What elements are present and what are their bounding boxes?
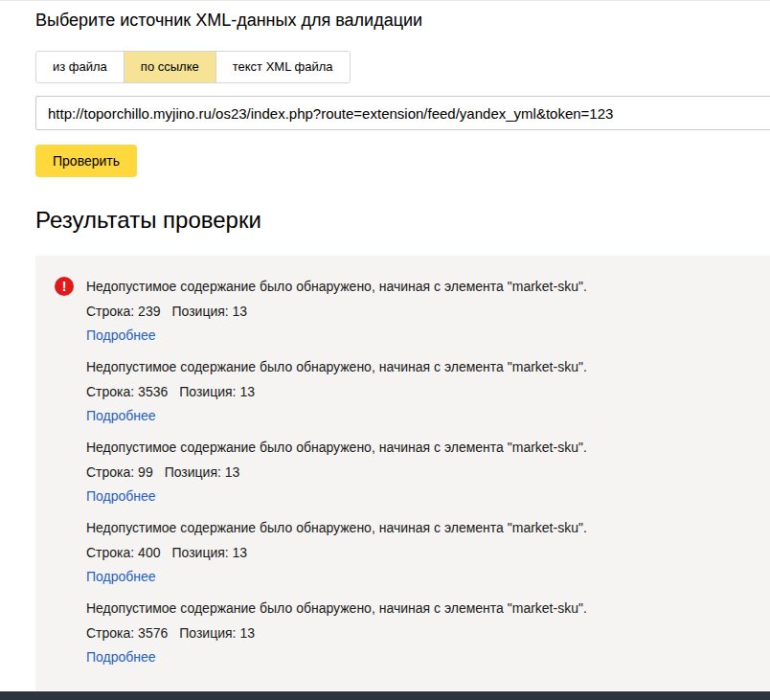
error-location: Строка: 3536Позиция: 13 xyxy=(86,382,587,401)
details-link[interactable]: Подробнее xyxy=(86,486,587,506)
error-entry: Недопустимое содержание было обнаружено,… xyxy=(55,357,770,425)
icon-spacer xyxy=(55,357,74,358)
details-link[interactable]: Подробнее xyxy=(86,647,587,666)
top-divider xyxy=(0,0,770,1)
tab-xml-text[interactable]: текст XML файла xyxy=(216,52,350,82)
feed-url-input[interactable] xyxy=(35,96,770,130)
error-message: Недопустимое содержание было обнаружено,… xyxy=(86,438,587,457)
error-entry: Недопустимое содержание было обнаружено,… xyxy=(55,438,770,506)
error-position: Позиция: 13 xyxy=(171,545,247,560)
bottom-bar xyxy=(0,691,770,700)
results-panel: ! Недопустимое содержание было обнаружен… xyxy=(35,256,770,690)
error-icon: ! xyxy=(55,277,74,296)
error-line: Строка: 99 xyxy=(86,464,153,480)
check-button[interactable]: Проверить xyxy=(35,145,137,177)
error-entry: Недопустимое содержание было обнаружено,… xyxy=(55,598,770,666)
details-link[interactable]: Подробнее xyxy=(86,567,587,586)
error-location: Строка: 3576Позиция: 13 xyxy=(86,623,587,643)
error-message: Недопустимое содержание было обнаружено,… xyxy=(86,277,587,296)
error-entry: Недопустимое содержание было обнаружено,… xyxy=(55,518,770,586)
error-entry: ! Недопустимое содержание было обнаружен… xyxy=(55,277,770,345)
error-position: Позиция: 13 xyxy=(165,464,240,480)
validator-page: Выберите источник XML-данных для валидац… xyxy=(0,0,770,690)
error-position: Позиция: 13 xyxy=(179,384,255,399)
page-title: Выберите источник XML-данных для валидац… xyxy=(35,11,770,31)
error-location: Строка: 400Позиция: 13 xyxy=(86,543,587,562)
tab-by-link[interactable]: по ссылке xyxy=(125,52,216,82)
error-line: Строка: 3536 xyxy=(86,384,168,399)
error-message: Недопустимое содержание было обнаружено,… xyxy=(86,357,587,376)
icon-spacer xyxy=(55,438,74,439)
error-message: Недопустимое содержание было обнаружено,… xyxy=(86,598,587,618)
error-message: Недопустимое содержание было обнаружено,… xyxy=(86,518,587,537)
error-position: Позиция: 13 xyxy=(171,304,247,319)
tab-from-file[interactable]: из файла xyxy=(36,52,125,82)
icon-spacer xyxy=(55,518,74,519)
error-line: Строка: 400 xyxy=(86,545,160,560)
icon-spacer xyxy=(55,598,74,599)
error-location: Строка: 239Позиция: 13 xyxy=(86,302,587,321)
error-location: Строка: 99Позиция: 13 xyxy=(86,463,587,482)
error-line: Строка: 3576 xyxy=(86,625,168,641)
details-link[interactable]: Подробнее xyxy=(86,406,587,425)
results-title: Результаты проверки xyxy=(35,207,770,234)
details-link[interactable]: Подробнее xyxy=(86,326,587,345)
error-line: Строка: 239 xyxy=(86,304,160,319)
source-tab-group: из файла по ссылке текст XML файла xyxy=(35,51,351,83)
error-position: Позиция: 13 xyxy=(179,625,255,641)
